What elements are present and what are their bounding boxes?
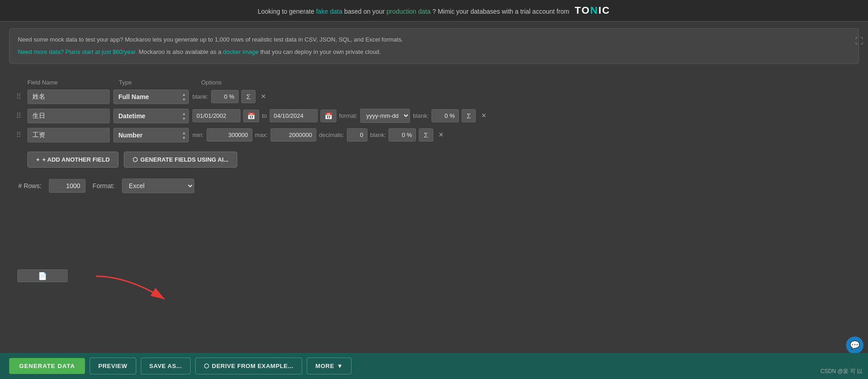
drag-handle-2[interactable]: ⠿ bbox=[14, 111, 24, 120]
plans-link[interactable]: Need more data? Plans start at just $60/… bbox=[18, 48, 137, 55]
tonic-logo: TONIC bbox=[575, 5, 610, 16]
drag-handle-3[interactable]: ⠿ bbox=[14, 131, 24, 139]
csdn-watermark: CSDN @裴 可 以 bbox=[820, 368, 863, 375]
to-date-input-2[interactable] bbox=[270, 109, 318, 122]
derive-btn[interactable]: ⬡ DERIVE FROM EXAMPLE... bbox=[195, 358, 302, 374]
delete-btn-3[interactable]: × bbox=[436, 129, 447, 141]
info-box: Need some mock data to test your app? Mo… bbox=[9, 28, 859, 64]
field-row-3: ⠿ Number Full Name Datetime ▲▼ min: max:… bbox=[14, 128, 854, 142]
sigma-btn-1[interactable]: Σ bbox=[241, 90, 256, 103]
rows-input[interactable] bbox=[49, 179, 85, 193]
from-calendar-btn-2[interactable]: 📅 bbox=[243, 110, 259, 122]
file-icon: 📄 bbox=[38, 272, 47, 280]
options-area-1: blank: Σ × bbox=[192, 90, 269, 103]
derive-icon: ⬡ bbox=[204, 363, 209, 369]
drag-handle-1[interactable]: ⠿ bbox=[14, 92, 24, 101]
derive-label: DERIVE FROM EXAMPLE... bbox=[212, 363, 294, 369]
generate-data-btn[interactable]: GENERATE DATA bbox=[9, 358, 85, 374]
max-input-3[interactable] bbox=[271, 128, 316, 142]
type-select-wrapper-3: Number Full Name Datetime ▲▼ bbox=[113, 128, 189, 142]
banner-text-after: ? Mimic your databases with a trial acco… bbox=[432, 8, 570, 15]
bottom-bar: GENERATE DATA PREVIEW SAVE AS... ⬡ DERIV… bbox=[0, 353, 868, 379]
field-row-2: ⠿ Datetime Full Name Number ▲▼ 📅 to 📅 fo… bbox=[14, 109, 854, 123]
info-line2-before: Mockaroo is also available as a bbox=[139, 48, 223, 55]
decimals-label-3: decimals: bbox=[319, 132, 344, 138]
add-buttons: + + ADD ANOTHER FIELD ⬡ GENERATE FIELDS … bbox=[27, 152, 854, 168]
banner-fake-data-link[interactable]: fake data bbox=[316, 8, 342, 15]
to-label-2: to bbox=[262, 112, 267, 119]
more-btn[interactable]: MORE ▼ bbox=[307, 358, 351, 374]
field-name-input-1[interactable] bbox=[27, 89, 110, 104]
field-row-1: ⠿ Full Name Datetime Number ▲▼ blank: Σ … bbox=[14, 89, 854, 104]
min-label-3: min: bbox=[192, 132, 204, 138]
blank-label-2: blank: bbox=[413, 112, 429, 119]
to-calendar-btn-2[interactable]: 📅 bbox=[320, 110, 336, 122]
type-select-1[interactable]: Full Name Datetime Number bbox=[113, 89, 189, 104]
sigma-btn-3[interactable]: Σ bbox=[419, 128, 433, 142]
banner-text-before: Looking to generate bbox=[258, 8, 316, 15]
chat-bubble[interactable]: 💬 bbox=[846, 337, 863, 354]
preview-btn[interactable]: PREVIEW bbox=[90, 358, 136, 374]
field-name-header: Field Name bbox=[27, 79, 114, 86]
type-select-3[interactable]: Number Full Name Datetime bbox=[113, 128, 189, 142]
info-line2-after: that you can deploy in your own private … bbox=[260, 48, 381, 55]
arrow-annotation bbox=[91, 272, 183, 308]
type-header: Type bbox=[114, 79, 197, 86]
banner-text-middle: based on your bbox=[344, 8, 387, 15]
format-label: Format: bbox=[93, 182, 115, 190]
more-chevron-icon: ▼ bbox=[337, 363, 343, 369]
generate-ai-label: GENERATE FIELDS USING AI... bbox=[140, 156, 229, 163]
options-area-2: 📅 to 📅 format: yyyy-mm-dd mm/dd/yyyy dd/… bbox=[192, 109, 489, 123]
top-banner: Looking to generate fake data based on y… bbox=[0, 0, 868, 21]
banner-production-link[interactable]: production data bbox=[387, 8, 431, 15]
info-line1: Need some mock data to test your app? Mo… bbox=[18, 35, 850, 45]
type-select-2[interactable]: Datetime Full Name Number bbox=[113, 109, 189, 123]
format-select-2[interactable]: yyyy-mm-dd mm/dd/yyyy dd/mm/yyyy bbox=[360, 109, 410, 123]
main-content: Field Name Type Options ⠿ Full Name Date… bbox=[0, 71, 868, 239]
type-select-wrapper-1: Full Name Datetime Number ▲▼ bbox=[113, 89, 189, 104]
blank-input-1[interactable] bbox=[211, 90, 239, 103]
min-input-3[interactable] bbox=[207, 128, 252, 142]
field-headers: Field Name Type Options bbox=[14, 75, 854, 89]
ai-icon: ⬡ bbox=[133, 156, 138, 163]
rows-format: # Rows: Format: Excel CSV JSON SQL Tab-D… bbox=[18, 179, 854, 193]
fullscreen-icon[interactable]: ⛶ bbox=[855, 37, 863, 46]
field-name-input-3[interactable] bbox=[27, 128, 110, 142]
blank-label-3: blank: bbox=[370, 132, 386, 138]
format-label-2: format: bbox=[339, 112, 357, 119]
sigma-btn-2[interactable]: Σ bbox=[462, 109, 476, 122]
format-select[interactable]: Excel CSV JSON SQL Tab-Delimited Text bbox=[122, 179, 194, 193]
blank-input-2[interactable] bbox=[431, 109, 459, 122]
generate-ai-btn[interactable]: ⬡ GENERATE FIELDS USING AI... bbox=[124, 152, 237, 168]
docker-link[interactable]: docker image bbox=[223, 48, 259, 55]
options-header: Options bbox=[197, 79, 854, 86]
decimals-input-3[interactable] bbox=[347, 128, 367, 142]
max-label-3: max: bbox=[255, 132, 268, 138]
chat-icon: 💬 bbox=[850, 340, 860, 350]
delete-btn-2[interactable]: × bbox=[479, 110, 489, 121]
add-field-label: + ADD ANOTHER FIELD bbox=[43, 156, 110, 163]
blank-label-1: blank: bbox=[192, 93, 208, 100]
delete-btn-1[interactable]: × bbox=[258, 91, 269, 102]
type-select-wrapper-2: Datetime Full Name Number ▲▼ bbox=[113, 109, 189, 123]
save-as-btn[interactable]: SAVE AS... bbox=[141, 358, 191, 374]
from-date-input-2[interactable] bbox=[192, 109, 240, 122]
more-label: MORE bbox=[315, 363, 334, 369]
field-name-input-2[interactable] bbox=[27, 109, 110, 123]
file-icon-area: 📄 bbox=[17, 269, 68, 282]
add-field-btn[interactable]: + + ADD ANOTHER FIELD bbox=[27, 152, 118, 168]
blank-input-3[interactable] bbox=[389, 128, 416, 142]
plus-icon: + bbox=[36, 156, 40, 163]
options-area-3: min: max: decimals: blank: Σ × bbox=[192, 128, 446, 142]
rows-label: # Rows: bbox=[18, 182, 42, 190]
